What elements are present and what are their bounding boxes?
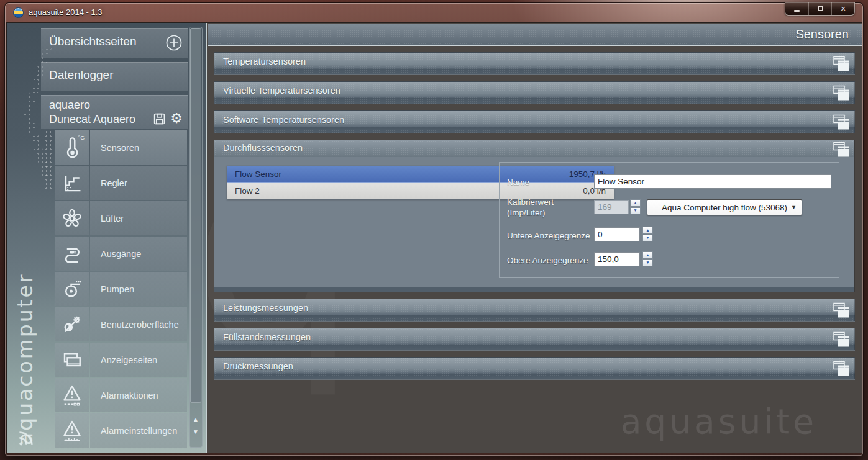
save-icon[interactable] [153,112,166,125]
spinner-down-icon[interactable]: ▼ [630,207,641,215]
sidebar-item-datalogger[interactable]: Datenlogger [41,62,188,91]
lower-limit-input[interactable] [594,227,640,241]
app-window: aquasuite 2014 - 1.3 ✕ aquacomputer Über… [4,2,864,456]
sidebar-item-ausgaenge[interactable]: Ausgänge [55,237,187,271]
scroll-up-arrow-icon[interactable]: ▲ [189,417,203,423]
section-temperatursensoren[interactable]: Temperatursensoren [214,52,855,75]
close-button[interactable]: ✕ [831,2,854,15]
aquasuite-watermark: aquasuite [621,402,817,441]
sidebar-item-alarmaktionen[interactable]: Alarmaktionen [55,378,187,412]
controller-curve-icon [55,166,89,200]
sidebar-item-pumpen[interactable]: Pumpen [55,272,187,306]
section-virtuelle-temperatursensoren[interactable]: Virtuelle Temperatursensoren [214,81,855,104]
sidebar-item-anzeigeseiten[interactable]: Anzeigeseiten [55,343,187,377]
cascade-windows-icon[interactable] [833,302,851,319]
sidebar-item-device-aquaero[interactable]: aquaero Dunecat Aquaero ⚙ [41,95,188,129]
cascade-windows-icon[interactable] [833,331,851,348]
spinner-down-icon[interactable]: ▼ [642,259,653,267]
menu-label: Alarmeinstellungen [90,413,187,448]
pump-icon [55,272,89,306]
maximize-button[interactable] [808,2,831,15]
maximize-icon [818,6,823,11]
sidebar-menu: °C Sensoren [55,130,187,449]
section-title: Füllstandsmessungen [223,332,311,342]
brand-vertical-text: aquacomputer [13,251,42,445]
plug-icon [55,237,89,271]
overview-pages-label: Übersichtsseiten [49,35,136,48]
alarm-settings-icon [55,413,89,448]
main-area: q Sensoren Temperatursensoren Virtuelle … [208,23,862,453]
rss-icon[interactable] [17,429,35,448]
calibration-label-line1: Kalibrierwert [507,197,554,207]
sidebar-scrollbar[interactable]: ▲ ▼ [189,27,203,448]
section-durchflusssensoren: Durchflusssensoren Flow Sensor [214,140,855,292]
section-title: Software-Temperatursensoren [223,115,344,125]
menu-label: Alarmaktionen [90,378,187,412]
thermometer-icon: °C [55,130,89,165]
active-item-dots-decoration [44,130,52,189]
sidebar-item-regler[interactable]: Regler [55,166,187,200]
device-name: aquaero [49,98,188,112]
section-leistungsmessungen[interactable]: Leistungsmessungen [214,299,855,322]
name-input[interactable] [594,174,831,189]
upper-limit-label: Obere Anzeigegrenze [507,256,588,265]
section-druckmessungen[interactable]: Druckmessungen [214,357,855,380]
flow-name: Flow 2 [235,186,260,196]
contrast-sun-icon [55,307,89,341]
window-content: aquacomputer Übersichtsseiten Datenlogge… [6,22,862,453]
window-title: aquasuite 2014 - 1.3 [29,7,103,17]
titlebar: aquasuite 2014 - 1.3 ✕ [5,3,863,22]
menu-label: Sensoren [90,130,187,165]
flow-name: Flow Sensor [235,169,281,179]
cascade-windows-icon[interactable] [833,55,851,73]
sidebar-item-luefter[interactable]: Lüfter [55,201,187,235]
cascade-windows-icon[interactable] [833,84,851,102]
page-header: Sensoren [208,24,862,46]
upper-limit-input[interactable] [594,252,640,266]
add-overview-page-button[interactable] [165,34,183,52]
calibration-label-line2: (Imp/Liter) [507,208,546,217]
section-fuellstandsmessungen[interactable]: Füllstandsmessungen [214,328,855,351]
alarm-actions-icon [55,378,89,412]
add-circle-icon [165,34,183,52]
section-software-temperatursensoren[interactable]: Software-Temperatursensoren [214,110,855,133]
sidebar-item-alarmeinstellungen[interactable]: Alarmeinstellungen [55,413,187,448]
minimize-icon [794,10,800,12]
calibration-stepper: ▲ ▼ [630,199,641,214]
lower-limit-label: Untere Anzeigegrenze [507,231,590,240]
window-controls: ✕ [785,2,855,16]
cascade-windows-icon[interactable] [833,360,851,377]
scroll-down-arrow-icon[interactable]: ▼ [189,429,203,435]
calibration-input[interactable] [594,200,629,214]
section-durchflusssensoren-header[interactable]: Durchflusssensoren [214,140,854,157]
stacked-pages-icon [55,343,89,377]
menu-label: Lüfter [90,201,187,235]
minimize-button[interactable] [785,2,808,15]
name-label: Name [507,178,529,187]
cascade-windows-icon[interactable] [833,114,851,131]
page-title: Sensoren [795,27,849,42]
upper-limit-stepper: ▲ ▼ [642,251,653,266]
datalogger-label: Datenlogger [49,68,114,81]
section-title: Durchflusssensoren [223,143,303,153]
spinner-down-icon[interactable]: ▼ [642,235,653,242]
spinner-up-icon[interactable]: ▲ [642,251,653,259]
section-footer-strip [214,287,854,292]
menu-label: Anzeigeseiten [90,343,187,377]
sensor-type-dropdown[interactable]: Aqua Computer high flow (53068) ▼ [647,199,802,215]
device-action-icons: ⚙ [153,112,183,125]
section-title: Druckmessungen [223,361,293,371]
cascade-windows-icon[interactable] [833,141,851,158]
durchflusssensoren-body: Flow Sensor 1950,7 l/h Flow 2 0,0 l/h Na… [214,157,854,287]
gear-icon[interactable]: ⚙ [170,112,183,125]
scrollbar-thumb[interactable] [190,28,201,403]
sidebar-item-benutzeroberflaeche[interactable]: Benutzeroberfläche [55,307,187,341]
sidebar: aquacomputer Übersichtsseiten Datenlogge… [7,23,207,453]
section-title: Temperatursensoren [223,56,306,66]
sidebar-buttons: Übersichtsseiten Datenlogger aquaero Dun… [41,28,188,132]
spinner-up-icon[interactable]: ▲ [642,227,653,234]
sidebar-item-sensoren[interactable]: °C Sensoren [55,130,187,165]
app-logo-icon [13,7,24,18]
sidebar-item-overview-pages[interactable]: Übersichtsseiten [41,28,188,58]
spinner-up-icon[interactable]: ▲ [630,199,641,207]
